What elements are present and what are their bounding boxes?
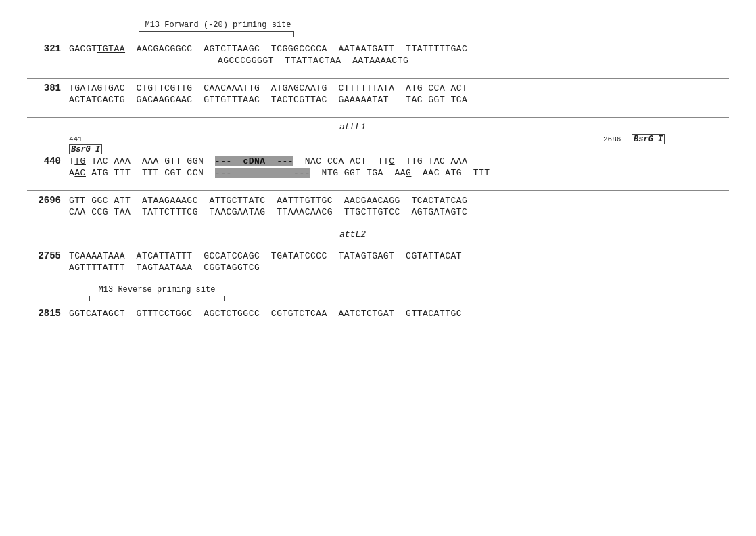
- seq2755-bot: AGTTTTATTT TAGTAATAAA CGGTAGGTCG: [27, 263, 729, 273]
- attl2-label-row: attL2: [69, 229, 729, 242]
- seq2815-top-text: GGTCATAGCT GTTTCCTGGC AGCTCTGGCC CGTGTCT…: [69, 309, 462, 319]
- seq440-bot-text: AAC ATG TTT TTT CGT CCN --- --- NTG GGT …: [69, 168, 490, 178]
- seq2696-bot: CAA CCG TAA TATTCTTTCG TAACGAATAG TTAAAC…: [27, 207, 729, 217]
- linenum-2815: 2815: [27, 308, 61, 319]
- seq381-bot-text: ACTATCACTG GACAAGCAAC GTTGTTTAAC TACTCGT…: [69, 95, 467, 105]
- attl1-label: attL1: [339, 122, 366, 132]
- seq2755-section: 2755 TCAAAATAAA ATCATTATTT GCCATCCAGC TG…: [27, 250, 729, 273]
- seq321-top-text: GACGTTGTAA AACGACGGCC AGTCTTAAGC TCGGGCC…: [69, 44, 467, 54]
- seq381-top-text: TGATAGTGAC CTGTTCGTTG CAACAAATTG ATGAGCA…: [69, 83, 467, 93]
- linenum-321: 321: [27, 43, 61, 54]
- bsrg-left-anno: 441 BsrG I: [69, 134, 102, 154]
- seq321-top: 321 GACGTTGTAA AACGACGGCC AGTCTTAAGC TCG…: [27, 43, 729, 54]
- reverse-priming-section: M13 Reverse priming site 2815 GGTCATAGCT…: [27, 285, 729, 319]
- seq321-bot-text: AGCCCGGGGT TTATTACTAA AATAAAACTG: [218, 55, 408, 66]
- seq381-section: 381 TGATAGTGAC CTGTTCGTTG CAACAAATTG ATG…: [27, 83, 729, 105]
- attl2-label: attL2: [339, 229, 366, 240]
- bsrg-anno-row: 441 BsrG I 2686 BsrG I: [69, 134, 729, 156]
- bsrg-right-anno: 2686 BsrG I: [603, 134, 665, 144]
- page-container: M13 Forward (-20) priming site 321 GACGT…: [0, 0, 756, 351]
- seq321-bot: AGCCCGGGGT TTATTACTAA AATAAAACTG: [27, 55, 729, 66]
- seq440-top: 440 TTG TAC AAA AAA GTT GGN --- cDNA ---…: [27, 156, 729, 166]
- seq381-top: 381 TGATAGTGAC CTGTTCGTTG CAACAAATTG ATG…: [27, 83, 729, 93]
- linenum-2696: 2696: [27, 195, 61, 206]
- seq381-bot: ACTATCACTG GACAAGCAAC GTTGTTTAAC TACTCGT…: [27, 95, 729, 105]
- seq2815-top: 2815 GGTCATAGCT GTTTCCTGGC AGCTCTGGCC CG…: [27, 308, 729, 319]
- seq440-bot: AAC ATG TTT TTT CGT CCN --- --- NTG GGT …: [27, 168, 729, 178]
- bsrg-left-label: BsrG I: [69, 144, 102, 154]
- linenum-2755: 2755: [27, 250, 61, 261]
- seq2696-bot-text: CAA CCG TAA TATTCTTTCG TAACGAATAG TTAAAC…: [69, 207, 467, 217]
- reverse-priming-label: M13 Reverse priming site: [89, 285, 225, 301]
- seq2696-section: 2696 GTT GGC ATT ATAAGAAAGC ATTGCTTATC A…: [27, 195, 729, 217]
- seq2755-bot-text: AGTTTTATTT TAGTAATAAA CGGTAGGTCG: [69, 263, 260, 273]
- divider-2: [27, 117, 729, 118]
- seq440-top-text: TTG TAC AAA AAA GTT GGN --- cDNA --- NAC…: [69, 156, 467, 166]
- bsrg-right-label: BsrG I: [632, 134, 665, 144]
- divider-4: [27, 246, 729, 246]
- forward-priming-label: M13 Forward (-20) priming site: [142, 20, 294, 37]
- seq2696-top: 2696 GTT GGC ATT ATAAGAAAGC ATTGCTTATC A…: [27, 195, 729, 206]
- divider-3: [27, 190, 729, 191]
- seq2696-top-text: GTT GGC ATT ATAAGAAAGC ATTGCTTATC AATTTG…: [69, 196, 467, 206]
- seq2755-top-text: TCAAAATAAA ATCATTATTT GCCATCCAGC TGATATC…: [69, 251, 462, 261]
- seq440-section: 441 BsrG I 2686 BsrG I 440 TTG TAC AAA A…: [27, 134, 729, 178]
- linenum-440: 440: [27, 156, 61, 166]
- reverse-priming-anno: M13 Reverse priming site: [69, 285, 729, 307]
- divider-1: [27, 78, 729, 79]
- seq2755-top: 2755 TCAAAATAAA ATCATTATTT GCCATCCAGC TG…: [27, 250, 729, 261]
- attl1-label-row: attL1: [69, 122, 729, 134]
- forward-priming-section: M13 Forward (-20) priming site 321 GACGT…: [27, 20, 729, 66]
- linenum-381: 381: [27, 83, 61, 93]
